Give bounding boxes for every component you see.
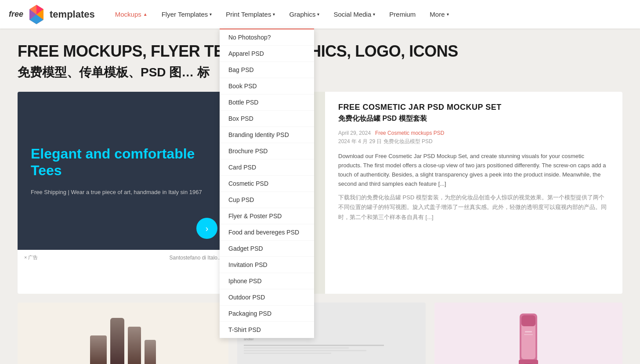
main-content: FREE MOCKUPS, FLYER TEM… GRAPHICS, LOGO,… (0, 29, 640, 364)
dropdown-item-cup[interactable]: Cup PSD (220, 192, 314, 208)
hero-title-en: FREE MOCKUPS, FLYER TEM… GRAPHICS, LOGO,… (18, 42, 622, 61)
resume-line-2 (244, 347, 349, 349)
ad-subtitle: Free Shipping | Wear a true piece of art… (31, 188, 215, 197)
svg-rect-20 (524, 334, 533, 335)
featured-title-cn: 免费化妆品罐 PSD 模型套装 (338, 114, 609, 123)
mockups-dropdown: No Photoshop? Apparel PSD Bag PSD Book P… (220, 29, 314, 338)
dropdown-item-apparel[interactable]: Apparel PSD (220, 46, 314, 62)
dropdown-item-box[interactable]: Box PSD (220, 111, 314, 127)
ad-card: Elegant and comfortable Tees Free Shippi… (18, 92, 228, 294)
logo-free-text: free (9, 10, 23, 19)
featured-meta-cn: 2024 年 4 月 29 日 免费化妆品模型 PSD (338, 138, 609, 145)
dropdown-item-food[interactable]: Food and bevereges PSD (220, 224, 314, 241)
ad-cta-button[interactable]: › (196, 218, 217, 239)
dropdown-item-bottle[interactable]: Bottle PSD (220, 94, 314, 111)
nav-item-graphics[interactable]: Graphics ▾ (282, 0, 326, 29)
featured-desc-cn: 下载我们的免费化妆品罐 PSD 模型套装，为您的化妆品创造令人惊叹的视觉效果。第… (338, 193, 609, 222)
dropdown-item-flyer-poster[interactable]: Flyer & Poster PSD (220, 208, 314, 224)
cream-tube-image (502, 309, 555, 364)
dropdown-item-outdoor[interactable]: Outdoor PSD (220, 289, 314, 306)
dropdown-item-card[interactable]: Card PSD (220, 159, 314, 176)
bottle-med (128, 327, 141, 364)
svg-rect-16 (521, 315, 535, 326)
nav-item-premium[interactable]: Premium (382, 0, 423, 29)
hero-title-cn: 免费模型、传单模板、PSD 图… 标 (18, 64, 622, 81)
featured-content: FREE COSMETIC JAR PSD MOCKUP SET 免费化妆品罐 … (325, 92, 622, 294)
header: free templates Mockups ▲ Flyer Templates… (0, 0, 640, 29)
nav-item-mockups[interactable]: Mockups ▲ (108, 0, 155, 29)
chevron-down-icon: ▾ (273, 12, 275, 17)
dropdown-item-cosmetic[interactable]: Cosmetic PSD (220, 176, 314, 192)
dropdown-item-book[interactable]: Book PSD (220, 78, 314, 94)
resume-line-4 (244, 353, 331, 354)
chevron-down-icon: ▾ (210, 12, 212, 17)
dropdown-item-gadget[interactable]: Gadget PSD (220, 241, 314, 257)
featured-category-link[interactable]: Free Cosmetic mockups PSD (375, 130, 444, 136)
dropdown-item-invitation[interactable]: Invitation PSD (220, 257, 314, 273)
nav-item-print-templates[interactable]: Print Templates ▾ (219, 0, 282, 29)
chevron-down-icon: ▾ (317, 12, 319, 17)
bottom-row: RSON andter (18, 303, 622, 364)
featured-title-en: FREE COSMETIC JAR PSD MOCKUP SET (338, 103, 609, 112)
dropdown-item-brochure[interactable]: Brochure PSD (220, 143, 314, 159)
featured-desc-en: Download our Free Cosmetic Jar PSD Mocku… (338, 152, 609, 188)
ad-footer: × 广告 Santostefano di Italo... (18, 250, 228, 265)
resume-line-1 (244, 345, 384, 346)
main-nav: Mockups ▲ Flyer Templates ▾ Print Templa… (108, 0, 631, 29)
dropdown-item-packaging[interactable]: Packaging PSD (220, 306, 314, 322)
dropdown-item-branding[interactable]: Branding Identity PSD (220, 127, 314, 143)
resume-line-3 (244, 350, 366, 351)
dropdown-item-tshirt[interactable]: T-Shirt PSD (220, 322, 314, 338)
chevron-down-icon: ▾ (373, 12, 375, 17)
svg-rect-17 (519, 360, 538, 364)
ad-close-button[interactable]: × 广告 (24, 254, 38, 261)
logo-templates-text: templates (50, 9, 95, 20)
bottle-card (18, 303, 228, 364)
bottle-tall (110, 318, 124, 364)
bottle-short2 (145, 340, 156, 364)
bottle-short (90, 335, 107, 364)
ad-inner: Elegant and comfortable Tees Free Shippi… (18, 92, 228, 250)
nav-item-flyer-templates[interactable]: Flyer Templates ▾ (155, 0, 219, 29)
svg-rect-19 (525, 331, 532, 332)
ad-source: Santostefano di Italo... (170, 255, 222, 261)
chevron-up-icon: ▲ (143, 12, 148, 17)
chevron-down-icon: ▾ (447, 12, 449, 17)
dropdown-item-iphone[interactable]: Iphone PSD (220, 273, 314, 289)
featured-date: April 29, 2024 Free Cosmetic mockups PSD (338, 130, 609, 136)
ad-title: Elegant and comfortable Tees (31, 145, 215, 179)
logo-icon (25, 3, 48, 26)
cream-card (434, 303, 623, 364)
bottle-mockup (83, 311, 163, 364)
dropdown-item-no-photoshop[interactable]: No Photoshop? (220, 29, 314, 46)
nav-item-social-media[interactable]: Social Media ▾ (326, 0, 382, 29)
logo[interactable]: free templates (9, 3, 95, 26)
content-grid: Elegant and comfortable Tees Free Shippi… (18, 92, 622, 294)
nav-item-more[interactable]: More ▾ (423, 0, 456, 29)
dropdown-item-bag[interactable]: Bag PSD (220, 62, 314, 78)
